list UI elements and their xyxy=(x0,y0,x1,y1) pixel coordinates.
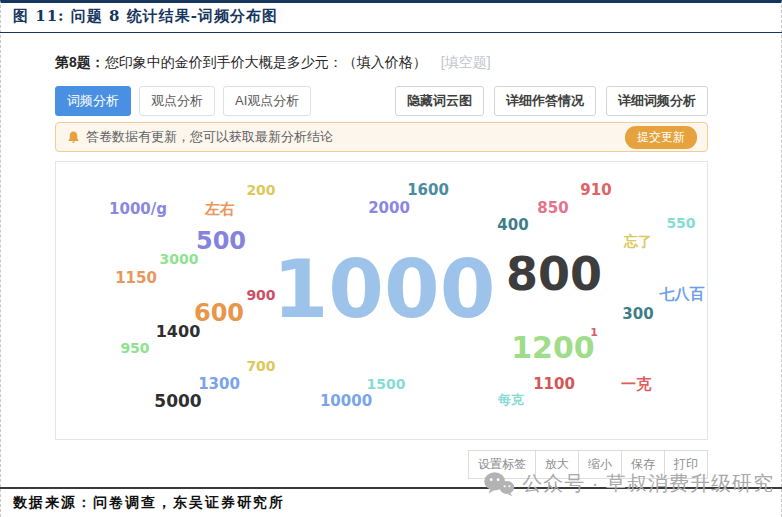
wordcloud-word: 忘了 xyxy=(624,234,652,248)
wordcloud-word: 一克 xyxy=(621,377,651,392)
wordcloud-panel: 1000/g 左右 200 2000 1600 910 850 400 550 … xyxy=(55,161,708,440)
wordcloud-word: 七八百 xyxy=(660,287,705,302)
wordcloud-word: 1150 xyxy=(115,271,157,286)
wordcloud-word: 1100 xyxy=(533,377,575,392)
question-type-tag: [填空题] xyxy=(441,54,491,70)
wordcloud-word: 900 xyxy=(246,288,275,302)
controls-row: 词频分析 观点分析 AI观点分析 隐藏词云图 详细作答情况 详细词频分析 xyxy=(55,86,708,116)
wechat-icon xyxy=(483,471,515,497)
wordcloud-word: 300 xyxy=(622,307,653,322)
analysis-tabs: 词频分析 观点分析 AI观点分析 xyxy=(55,86,311,116)
question-text: 您印象中的金价到手价大概是多少元：（填入价格） xyxy=(105,54,427,70)
wordcloud-word: 950 xyxy=(120,341,149,355)
wordcloud-word: 1000/g xyxy=(109,202,167,217)
wordcloud-word: 10000 xyxy=(320,394,372,409)
watermark: 公众号 · 草叔消费升级研究 xyxy=(483,470,774,497)
wordcloud-word: 1500 xyxy=(367,377,406,391)
wordcloud-word: 3000 xyxy=(160,252,199,266)
tab-word-frequency[interactable]: 词频分析 xyxy=(55,86,131,116)
wordcloud-word: 1600 xyxy=(407,183,449,198)
wordcloud-word: 1000 xyxy=(273,250,496,330)
action-button[interactable]: 详细词频分析 xyxy=(606,86,708,116)
wordcloud-word: 1200 xyxy=(511,333,595,363)
figure-title: 图 11: 问题 8 统计结果-词频分布图 xyxy=(13,7,278,26)
wordcloud-word: 1400 xyxy=(156,324,201,340)
wordcloud-word: 550 xyxy=(666,216,695,230)
wordcloud-word: 600 xyxy=(194,301,244,325)
question-line: 第8题：您印象中的金价到手价大概是多少元：（填入价格）[填空题] xyxy=(55,54,491,72)
notice-text: 答卷数据有更新，您可以获取最新分析结论 xyxy=(86,128,333,146)
wordcloud-word: 800 xyxy=(506,251,602,297)
bell-icon xyxy=(66,130,81,145)
wordcloud-word: 5000 xyxy=(154,393,201,410)
wordcloud-word: 1300 xyxy=(198,377,240,392)
title-divider xyxy=(0,32,782,33)
watermark-text: 公众号 · 草叔消费升级研究 xyxy=(522,470,774,497)
tab-ai-viewpoint[interactable]: AI观点分析 xyxy=(223,86,311,116)
wordcloud-word: 700 xyxy=(246,359,275,373)
action-button[interactable]: 详细作答情况 xyxy=(494,86,596,116)
question-number: 第8题： xyxy=(55,54,105,70)
wordcloud-word: 每克 xyxy=(498,393,524,406)
wordcloud-word: 500 xyxy=(196,229,246,253)
data-source: 数据来源：问卷调查，东吴证券研究所 xyxy=(13,494,285,512)
submit-update-button[interactable]: 提交更新 xyxy=(625,126,697,149)
wordcloud-word: 左右 xyxy=(205,202,235,217)
wordcloud-word: 2000 xyxy=(368,201,410,216)
action-button[interactable]: 隐藏词云图 xyxy=(395,86,484,116)
tab-viewpoint[interactable]: 观点分析 xyxy=(139,86,215,116)
wordcloud-word: 850 xyxy=(537,201,568,216)
action-buttons: 隐藏词云图 详细作答情况 详细词频分析 xyxy=(395,86,708,116)
wordcloud-word: 400 xyxy=(497,218,528,233)
wordcloud-word: 910 xyxy=(580,183,611,198)
wordcloud-word: 200 xyxy=(246,183,275,197)
update-notice-bar: 答卷数据有更新，您可以获取最新分析结论 提交更新 xyxy=(55,122,708,152)
